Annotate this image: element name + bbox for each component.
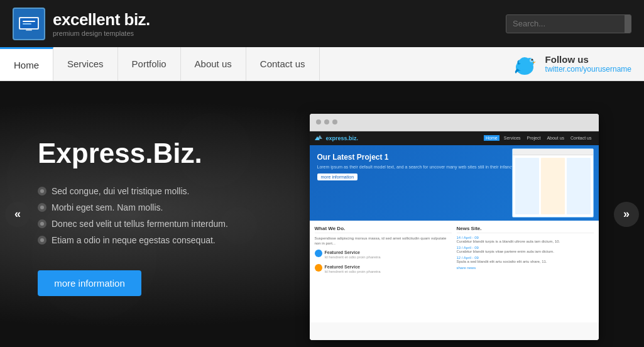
screenshot-content: [513, 155, 593, 217]
list-item: Morbi eget sem. Nam mollis.: [38, 202, 251, 212]
inner-section-news: News Site. 14 / April - 09 Curabitur bla…: [457, 226, 594, 317]
inner-nav-home: Home: [484, 135, 499, 141]
screenshot-col: [541, 158, 565, 214]
inner-nav-services: Services: [502, 135, 523, 141]
list-item: Donec sed velit ut tellus fermentum inte…: [38, 219, 251, 229]
service-icon: [315, 264, 322, 272]
main-slide: « Express.Biz. Sed congue, dui vel trist…: [0, 81, 644, 347]
browser-mockup: express.biz. Home Services Project About…: [310, 114, 599, 340]
nav-item-home[interactable]: Home: [0, 47, 53, 80]
next-arrow[interactable]: »: [614, 202, 639, 227]
list-item: Sed congue, dui vel tristique mollis.: [38, 186, 251, 196]
slide-left: Express.Biz. Sed congue, dui vel tristiq…: [0, 81, 276, 347]
slide-bullets: Sed congue, dui vel tristique mollis. Mo…: [38, 186, 251, 251]
list-item: Featured Service Id hendrerit et odio pr…: [315, 250, 452, 260]
service-text: Featured Service Id hendrerit et odio pr…: [325, 250, 381, 260]
news-text: Spula a sed blandit elit artu socialto e…: [457, 260, 594, 263]
logo-title: excellent biz.: [53, 10, 150, 30]
news-text: Curabitur blandit turpis vitae partere e…: [457, 250, 594, 253]
screenshot-col: [567, 158, 591, 214]
service-icon: [315, 250, 322, 257]
inner-logo-text: express.biz.: [326, 135, 359, 141]
section-title: News Site.: [457, 226, 594, 233]
inner-nav-contact: Contact us: [569, 135, 593, 141]
inner-hero-screenshot: [512, 148, 594, 218]
bullet-dot: [38, 219, 46, 228]
list-item: Etiam a odio in neque egestas consequat.: [38, 235, 251, 245]
bullet-dot: [38, 236, 46, 245]
browser-dot: [324, 119, 329, 124]
nav-item-services[interactable]: Services: [53, 47, 118, 80]
follow-label: Follow us: [545, 54, 631, 65]
browser-dot: [332, 119, 337, 124]
inner-nav: Home Services Project About us Contact u…: [484, 135, 593, 141]
follow-text: Follow us twitter.com/yourusername: [545, 54, 631, 74]
logo-area: excellent biz. premium design templates: [13, 8, 150, 40]
header: excellent biz. premium design templates …: [0, 0, 644, 47]
browser-inner: express.biz. Home Services Project About…: [310, 131, 599, 340]
service-desc: Id hendrerit et odio proin pharetra: [325, 255, 381, 260]
nav-item-portfolio[interactable]: Portfolio: [118, 47, 181, 80]
nav-links: Home Services Portfolio About us Contact…: [0, 47, 320, 80]
nav-item-about[interactable]: About us: [181, 47, 246, 80]
service-title: Featured Service: [325, 250, 381, 255]
logo-text-area: excellent biz. premium design templates: [53, 10, 150, 37]
search-input[interactable]: [506, 15, 625, 32]
service-text: Featured Service Id hendrerit et odio pr…: [325, 264, 381, 275]
news-text: Curabitur blandit turpis is a blandit ul…: [457, 240, 594, 243]
twitter-link[interactable]: twitter.com/yourusername: [545, 65, 631, 74]
bullet-text: Etiam a odio in neque egestas consequat.: [52, 235, 216, 245]
slide-content: Express.Biz. Sed congue, dui vel tristiq…: [0, 81, 644, 347]
inner-nav-project: Project: [525, 135, 543, 141]
slide-title: Express.Biz.: [38, 138, 251, 168]
search-button[interactable]: 🔍: [625, 15, 631, 33]
slide-right: express.biz. Home Services Project About…: [276, 81, 644, 347]
bullet-text: Morbi eget sem. Nam mollis.: [52, 202, 163, 212]
bullet-dot: [38, 187, 46, 196]
follow-area: Follow us twitter.com/yourusername: [498, 47, 644, 80]
browser-bar: [310, 114, 599, 131]
screenshot-col: [515, 158, 539, 214]
list-item: 12 / April - 09 Spula a sed blandit elit…: [457, 256, 594, 263]
twitter-bird-icon: [511, 50, 539, 78]
search-box[interactable]: 🔍: [506, 14, 631, 33]
inner-bottom: What We Do. Suspendisse adipiscing morsu…: [310, 221, 599, 322]
nav: Home Services Portfolio About us Contact…: [0, 47, 644, 81]
screenshot-bar: [513, 149, 593, 155]
more-information-button[interactable]: more information: [38, 270, 141, 296]
inner-logo-icon: [315, 135, 322, 141]
inner-section-what: What We Do. Suspendisse adipiscing morsu…: [315, 226, 452, 317]
logo-subtitle: premium design templates: [53, 30, 150, 37]
service-desc: Id hendrerit et odio proin pharetra: [325, 270, 381, 275]
bullet-text: Sed congue, dui vel tristique mollis.: [52, 186, 189, 196]
nav-item-contact[interactable]: Contact us: [246, 47, 320, 80]
section-title: What We Do.: [315, 226, 452, 233]
list-item: Featured Service Id hendrerit et odio pr…: [315, 264, 452, 275]
browser-dot: [316, 119, 321, 124]
bullet-dot: [38, 203, 46, 212]
inner-hero-button: more information: [317, 174, 358, 180]
list-item: 14 / April - 09 Curabitur blandit turpis…: [457, 236, 594, 243]
share-news-link[interactable]: share news: [457, 266, 594, 270]
svg-marker-11: [317, 135, 322, 139]
svg-point-9: [531, 59, 533, 61]
prev-arrow[interactable]: «: [5, 202, 30, 227]
bullet-text: Donec sed velit ut tellus fermentum inte…: [52, 219, 228, 229]
svg-rect-3: [23, 23, 31, 25]
svg-rect-2: [23, 21, 35, 22]
section-intro: Suspendisse adipiscing morsus massa, id …: [315, 236, 452, 246]
inner-nav-about: About us: [545, 135, 566, 141]
screenshot-inner: [513, 149, 593, 217]
svg-rect-4: [26, 30, 32, 31]
service-title: Featured Service: [325, 264, 381, 270]
logo-icon: [13, 8, 45, 40]
inner-hero: Our Latest Project 1 Lorem ipsum as thei…: [310, 145, 599, 221]
inner-site-header: express.biz. Home Services Project About…: [310, 131, 599, 145]
list-item: 13 / April - 09 Curabitur blandit turpis…: [457, 246, 594, 253]
